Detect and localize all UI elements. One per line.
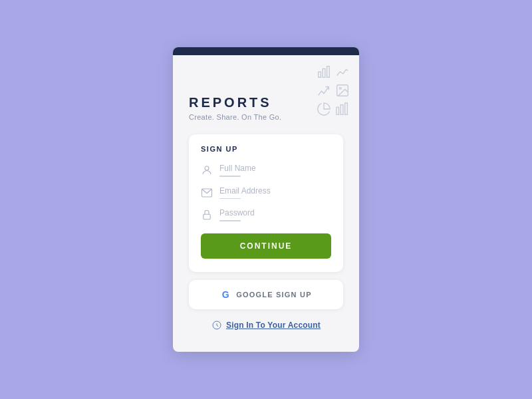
- main-card: REPORTS Create. Share. On The Go. SIGN U…: [173, 47, 359, 352]
- svg-rect-6: [340, 105, 343, 115]
- svg-rect-5: [336, 108, 339, 115]
- svg-point-8: [205, 166, 209, 170]
- svg-rect-1: [323, 69, 325, 78]
- google-signup-button[interactable]: G GOOGLE SIGN UP: [189, 280, 343, 309]
- envelope-icon: [201, 187, 213, 199]
- fullname-field: Full Name: [201, 164, 331, 177]
- sign-in-icon: [211, 320, 222, 331]
- signup-section-label: SIGN UP: [201, 145, 331, 153]
- password-label: Password: [219, 208, 331, 217]
- decorative-icons: [317, 65, 350, 116]
- histogram-icon: [335, 102, 350, 116]
- signup-form-card: SIGN UP Full Name: [189, 134, 343, 272]
- email-field-inner: Email Address: [219, 186, 331, 200]
- email-field: Email Address: [201, 186, 331, 200]
- svg-rect-0: [319, 72, 321, 77]
- svg-rect-2: [327, 66, 330, 78]
- svg-rect-10: [203, 215, 211, 220]
- bar-chart-icon: [317, 65, 331, 79]
- email-underline: [219, 198, 241, 200]
- lock-icon: [201, 209, 213, 221]
- card-body: REPORTS Create. Share. On The Go. SIGN U…: [173, 55, 359, 352]
- person-icon: [201, 164, 213, 176]
- password-underline: [219, 220, 241, 221]
- email-label: Email Address: [219, 186, 331, 196]
- image-icon: [335, 83, 350, 98]
- password-field: Password: [201, 208, 331, 221]
- password-field-inner: Password: [219, 208, 331, 221]
- google-signup-label: GOOGLE SIGN UP: [236, 291, 311, 299]
- sign-in-row: Sign In To Your Account: [189, 317, 343, 333]
- continue-button[interactable]: CONTINUE: [201, 233, 331, 259]
- pie-chart-icon: [317, 102, 331, 116]
- fullname-label: Full Name: [219, 164, 331, 173]
- fullname-field-inner: Full Name: [219, 164, 331, 177]
- fullname-underline: [219, 176, 241, 177]
- svg-point-4: [339, 88, 341, 90]
- trend-icon: [317, 83, 331, 98]
- sign-in-link[interactable]: Sign In To Your Account: [226, 321, 321, 330]
- google-icon: G: [220, 289, 231, 300]
- svg-rect-7: [345, 103, 348, 114]
- line-chart-icon: [335, 65, 350, 79]
- card-header-bar: [173, 47, 359, 55]
